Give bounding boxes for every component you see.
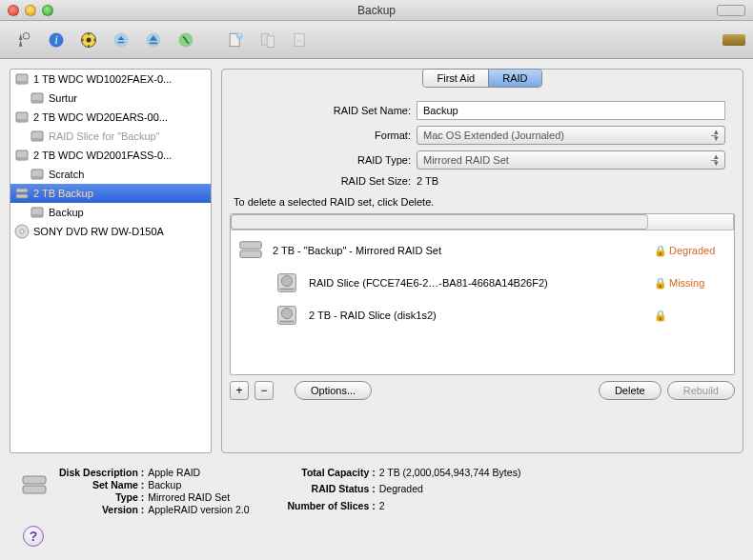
- svg-point-0: [23, 32, 30, 39]
- format-select[interactable]: Mac OS Extended (Journaled)▴▾: [417, 126, 725, 145]
- sidebar-item[interactable]: Scratch: [10, 165, 211, 184]
- tab-raid[interactable]: RAID: [489, 70, 540, 87]
- help-button[interactable]: ?: [23, 526, 44, 547]
- svg-rect-27: [16, 194, 28, 198]
- unmount-icon[interactable]: [107, 27, 135, 53]
- main-panel: First Aid RAID RAID Set Name: Format: Ma…: [221, 69, 743, 453]
- convert-icon[interactable]: [254, 27, 282, 53]
- sidebar-item[interactable]: RAID Slice for "Backup": [10, 127, 211, 146]
- raid-member-row[interactable]: 2 TB - "Backup" - Mirrored RAID Set🔒Degr…: [231, 234, 734, 267]
- log-icon[interactable]: [722, 34, 745, 46]
- disk-sidebar[interactable]: 1 TB WDC WD1002FAEX-0...Surtur2 TB WDC W…: [10, 69, 212, 453]
- sidebar-item[interactable]: Backup: [10, 203, 211, 222]
- toolbar: i +: [0, 21, 753, 59]
- lock-icon: 🔒: [652, 277, 669, 290]
- raid-name-input[interactable]: [417, 101, 725, 120]
- hdd-icon: [30, 129, 45, 144]
- capacity-label: Total Capacity: [288, 467, 376, 482]
- optical-icon: [14, 224, 30, 239]
- raid-member-row[interactable]: RAID Slice (FCCE74E6-2…-BA81-4668A14B26F…: [231, 267, 734, 299]
- lock-icon: 🔒: [652, 245, 669, 257]
- svg-point-4: [87, 37, 92, 42]
- raid-member-row[interactable]: 2 TB - RAID Slice (disk1s2)🔒: [231, 299, 734, 331]
- verify-icon[interactable]: [10, 27, 38, 53]
- rebuild-button[interactable]: Rebuild: [667, 381, 735, 400]
- hint-text: To delete a selected RAID set, click Del…: [230, 192, 735, 213]
- sidebar-item[interactable]: Surtur: [10, 89, 211, 108]
- slices-value: 2: [379, 500, 521, 515]
- raid-status-value: Degraded: [379, 483, 521, 498]
- hdd-icon: [30, 167, 45, 182]
- sidebar-item[interactable]: 2 TB WDC WD2001FASS-0...: [10, 146, 211, 165]
- svg-text:i: i: [54, 34, 57, 47]
- disk-description-label: Disk Description: [59, 467, 144, 478]
- sidebar-item-label: Backup: [49, 207, 84, 218]
- raid-member-label: RAID Slice (FCCE74E6-2…-BA81-4668A14B26F…: [309, 277, 652, 289]
- remove-button[interactable]: −: [254, 381, 274, 400]
- format-label: Format:: [239, 130, 411, 141]
- disk-icon: [273, 301, 301, 330]
- sidebar-item-label: Scratch: [49, 169, 84, 180]
- titlebar: Backup: [0, 0, 753, 21]
- enable-journaling-icon[interactable]: [172, 27, 200, 53]
- raid-type-value: Mirrored RAID Set: [423, 154, 509, 166]
- resize-icon[interactable]: [286, 27, 315, 53]
- type-label: Type: [59, 491, 144, 503]
- raid-type-label: RAID Type:: [239, 154, 411, 166]
- window-title: Backup: [0, 4, 753, 17]
- svg-rect-17: [32, 100, 42, 102]
- sidebar-item-label: SONY DVD RW DW-D150A: [33, 226, 164, 237]
- toolbar-separator: [204, 27, 217, 53]
- svg-rect-36: [280, 289, 295, 290]
- hdd-icon: [30, 90, 45, 106]
- add-button[interactable]: +: [230, 381, 249, 400]
- sidebar-item[interactable]: 2 TB Backup: [10, 184, 211, 203]
- sidebar-item-label: 2 TB WDC WD20EARS-00...: [33, 111, 168, 123]
- tab-bar: First Aid RAID: [422, 69, 541, 88]
- disk-icon: [236, 236, 265, 265]
- sidebar-item[interactable]: 1 TB WDC WD1002FAEX-0...: [10, 70, 211, 89]
- hdd-icon: [14, 71, 30, 87]
- svg-rect-12: [267, 35, 275, 47]
- version-value: AppleRAID version 2.0: [148, 504, 249, 515]
- raid-member-label: 2 TB - "Backup" - Mirrored RAID Set: [273, 245, 652, 256]
- type-value: Mirrored RAID Set: [148, 491, 249, 503]
- svg-point-31: [20, 230, 24, 233]
- svg-point-38: [281, 309, 292, 319]
- raid-size-value: 2 TB: [417, 175, 725, 187]
- footer-info: Disk Description Apple RAID Set Name Bac…: [0, 459, 753, 521]
- new-image-icon[interactable]: +: [221, 27, 250, 53]
- tab-first-aid[interactable]: First Aid: [423, 70, 489, 87]
- svg-rect-23: [17, 157, 27, 159]
- sidebar-item[interactable]: 2 TB WDC WD20EARS-00...: [10, 108, 211, 127]
- hdd-icon: [14, 148, 30, 163]
- hdd-icon: [14, 110, 30, 125]
- sidebar-item-label: 2 TB Backup: [33, 188, 93, 199]
- svg-rect-29: [32, 214, 42, 216]
- footer-disk-icon: [19, 470, 50, 501]
- info-icon[interactable]: i: [42, 27, 71, 53]
- svg-rect-26: [16, 189, 28, 192]
- svg-rect-32: [240, 242, 262, 250]
- version-label: Version: [59, 504, 144, 515]
- svg-rect-21: [32, 138, 42, 140]
- capacity-value: 2 TB (2,000,054,943,744 Bytes): [379, 467, 521, 482]
- set-name-label: Set Name: [59, 479, 144, 490]
- list-header: [231, 214, 734, 230]
- slices-label: Number of Slices: [288, 500, 376, 515]
- format-value: Mac OS Extended (Journaled): [423, 130, 564, 141]
- delete-button[interactable]: Delete: [599, 381, 661, 400]
- disk-icon: [273, 269, 301, 297]
- eject-icon[interactable]: [139, 27, 168, 53]
- svg-rect-33: [240, 250, 262, 258]
- raid-members-list[interactable]: 2 TB - "Backup" - Mirrored RAID Set🔒Degr…: [230, 213, 735, 375]
- raid-member-status: Degraded: [669, 245, 728, 256]
- toolbar-toggle-button[interactable]: [717, 5, 745, 16]
- hdd-icon: [30, 205, 45, 220]
- burn-icon[interactable]: [74, 27, 103, 53]
- options-button[interactable]: Options...: [295, 381, 372, 400]
- raid-type-select[interactable]: Mirrored RAID Set▴▾: [417, 150, 725, 170]
- sidebar-item[interactable]: SONY DVD RW DW-D150A: [10, 222, 211, 241]
- svg-rect-39: [280, 321, 295, 323]
- sidebar-item-label: Surtur: [49, 92, 77, 104]
